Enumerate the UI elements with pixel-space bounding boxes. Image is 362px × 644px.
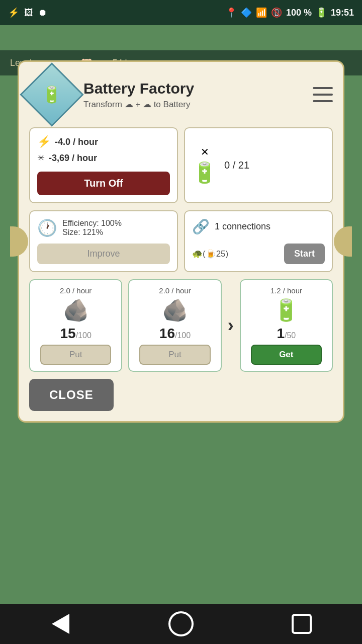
stats-battery-row: ⚡ -4.0 / hour ✳ -3,69 / hour Turn Off ✕ …: [29, 127, 333, 203]
input1-max: /100: [76, 331, 92, 340]
connections-card: 🔗 1 connections 🐢(🍺25) Start: [184, 210, 333, 272]
modal-title-area: Battery Factory Transform ☁ + ☁ to Batte…: [83, 80, 313, 110]
put-button-1[interactable]: Put: [40, 345, 112, 365]
recents-square-icon: [292, 614, 312, 634]
battery-symbol: 🔋: [42, 85, 62, 104]
wifi-icon: 📶: [256, 7, 267, 18]
record-icon: ⏺: [38, 8, 47, 18]
modal-header: 🔋 Battery Factory Transform ☁ + ☁ to Bat…: [29, 72, 333, 117]
output-max: /50: [285, 331, 296, 340]
output-count: 1: [277, 326, 285, 341]
coal-icon: 🪨: [162, 298, 188, 323]
clock: 19:51: [331, 8, 354, 18]
input-resource-2: 2.0 / hour 🪨 16/100 Put: [128, 279, 221, 372]
factory-icon: 🔋: [20, 62, 83, 126]
stats-card: ⚡ -4.0 / hour ✳ -3,69 / hour Turn Off: [29, 127, 178, 203]
resource-row: 2.0 / hour 🪨 15/100 Put 2.0 / hour 🪨 16/…: [29, 279, 333, 372]
menu-line-3: [313, 100, 333, 102]
modal-subtitle: Transform ☁ + ☁ to Battery: [83, 99, 313, 110]
menu-line-2: [313, 94, 333, 96]
input2-rate: 2.0 / hour: [159, 286, 191, 295]
menu-button[interactable]: [313, 87, 333, 102]
image-icon: 🖼: [24, 8, 33, 18]
efficiency-card: 🕐 Efficiency: 100% Size: 121% Improve: [29, 210, 178, 272]
network-icon: 🔗: [192, 218, 210, 235]
recents-button[interactable]: [287, 609, 317, 639]
home-button[interactable]: [166, 609, 196, 639]
battery-percentage: 100 %: [286, 8, 312, 18]
connection-cost: 🐢(🍺25): [192, 249, 228, 259]
start-button[interactable]: Start: [284, 244, 325, 264]
arrow-separator: ›: [228, 315, 234, 336]
battery-large-icon: 🔋: [192, 161, 217, 185]
worker-rate-row: ✳ -3,69 / hour: [37, 152, 170, 164]
antenna-icon: ⚡: [8, 7, 19, 18]
back-button[interactable]: [45, 609, 75, 639]
battery-factory-modal: 🔋 Battery Factory Transform ☁ + ☁ to Bat…: [18, 60, 344, 423]
menu-line-1: [313, 87, 333, 89]
status-bar: ⚡ 🖼 ⏺ 📍 🔷 📶 📵 100 % 🔋 19:51: [0, 0, 362, 25]
input1-count: 15: [60, 326, 76, 341]
input2-max: /100: [175, 331, 191, 340]
battery-count: 0 / 21: [224, 159, 249, 171]
battery-status-card: ✕ 🔋 0 / 21: [184, 127, 333, 203]
bottom-navigation: [0, 604, 362, 644]
lightning-icon: ⚡: [37, 135, 51, 148]
side-decoration-left: [10, 226, 28, 257]
modal-title: Battery Factory: [83, 80, 313, 97]
worker-icon: ✳: [37, 152, 45, 164]
close-button-area: CLOSE: [29, 379, 333, 411]
bluetooth-icon: 🔷: [241, 7, 252, 18]
output-rate: 1.2 / hour: [270, 286, 302, 295]
gauge-icon: 🕐: [37, 218, 57, 237]
connections-footer: 🐢(🍺25) Start: [192, 244, 325, 264]
rock-icon-1: 🪨: [63, 298, 89, 323]
game-background: Level ☺ 🐷 54 kg 🔋 Battery Factory Transf…: [0, 25, 362, 644]
input1-rate: 2.0 / hour: [60, 286, 92, 295]
energy-rate-row: ⚡ -4.0 / hour: [37, 135, 170, 148]
turn-off-button[interactable]: Turn Off: [37, 172, 170, 195]
close-button[interactable]: CLOSE: [29, 379, 114, 411]
output-resource: 1.2 / hour 🔋 1/50 Get: [240, 279, 333, 372]
location-icon: 📍: [226, 7, 237, 18]
input-resource-1: 2.0 / hour 🪨 15/100 Put: [29, 279, 122, 372]
home-circle-icon: [168, 611, 194, 636]
input2-count-area: 16/100: [159, 326, 191, 342]
status-right-info: 📍 🔷 📶 📵 100 % 🔋 19:51: [226, 7, 354, 18]
battery-output-icon: 🔋: [273, 298, 299, 323]
efficiency-connections-row: 🕐 Efficiency: 100% Size: 121% Improve 🔗 …: [29, 210, 333, 272]
improve-button[interactable]: Improve: [37, 244, 170, 264]
worker-rate-value: -3,69 / hour: [49, 153, 97, 164]
put-button-2[interactable]: Put: [139, 345, 211, 365]
size-value: Size: 121%: [62, 228, 122, 237]
modal-overlay: 🔋 Battery Factory Transform ☁ + ☁ to Bat…: [0, 50, 362, 644]
input2-count: 16: [159, 326, 175, 341]
status-left-icons: ⚡ 🖼 ⏺: [8, 7, 47, 18]
get-button[interactable]: Get: [251, 345, 322, 365]
connect-icon: ✕: [201, 146, 209, 158]
input1-count-area: 15/100: [60, 326, 92, 342]
output-count-area: 1/50: [277, 326, 296, 342]
connections-label: 1 connections: [215, 221, 270, 232]
efficiency-value: Efficiency: 100%: [62, 219, 122, 228]
connections-header: 🔗 1 connections: [192, 218, 325, 235]
side-decoration-right: [334, 226, 352, 257]
battery-icon: 🔋: [316, 7, 327, 18]
signal-icon: 📵: [271, 7, 282, 18]
back-arrow-icon: [52, 614, 69, 634]
energy-rate-value: -4.0 / hour: [55, 137, 98, 147]
